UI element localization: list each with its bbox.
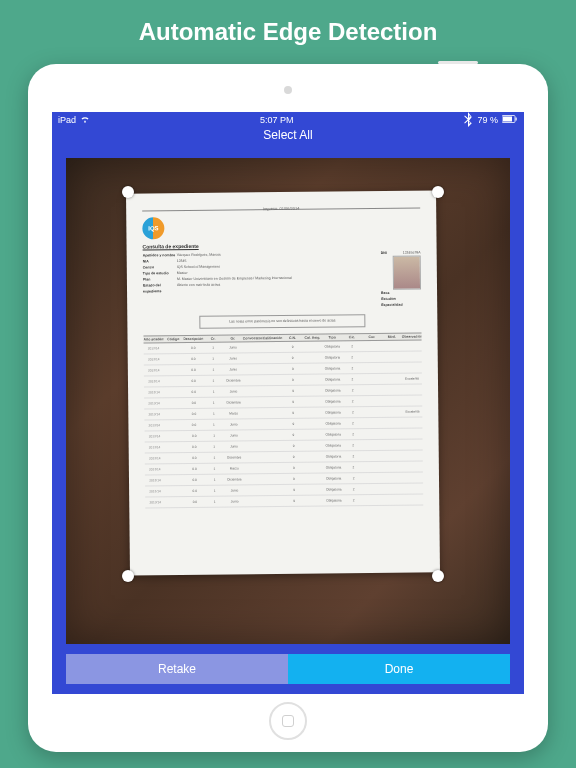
doc-field-label: Estado del expediente [143,282,177,294]
doc-field-value: Abierto con matrícula activa [177,280,375,294]
home-button[interactable] [269,702,307,740]
doc-section-title: Consulta de expediente [143,241,421,250]
crop-handle-br[interactable] [432,570,444,582]
scanned-document: Impreso: 01/06/2014 IQS Consulta de expe… [126,190,440,575]
wifi-icon [80,115,90,125]
app-screen: iPad 5:07 PM 79 % Select All Impres [52,112,524,694]
doc-note: Las notas entre paréntesis no son defini… [199,314,366,329]
home-button-icon [282,715,294,727]
bottom-toolbar: Retake Done [52,654,524,694]
doc-field-label: DNI [381,250,403,256]
crop-handle-tl[interactable] [122,186,134,198]
doc-id-photo [393,256,421,290]
svg-rect-3 [516,118,517,121]
nav-bar: Select All [52,128,524,152]
retake-button[interactable]: Retake [66,654,288,684]
doc-logo: IQS [142,217,164,239]
doc-table: Año académicoCódigoDescripciónCr.Gr.Conv… [143,333,423,509]
device-label: iPad [58,115,76,125]
nav-title[interactable]: Select All [263,128,312,142]
doc-print-date: Impreso: 01/06/2014 [142,205,420,212]
hero-title: Automatic Edge Detection [139,18,438,46]
svg-point-0 [84,121,86,123]
done-button[interactable]: Done [288,654,510,684]
doc-field-label: Especialidad [381,302,415,308]
svg-rect-2 [503,117,512,122]
crop-handle-bl[interactable] [122,570,134,582]
doc-field-value: 12345678A [403,250,421,256]
battery-percent: 79 % [477,115,498,125]
status-time: 5:07 PM [260,115,294,125]
crop-handle-tr[interactable] [432,186,444,198]
ipad-camera [284,86,292,94]
battery-icon [502,115,518,125]
ipad-frame: iPad 5:07 PM 79 % Select All Impres [28,64,548,752]
lock-switch [438,61,478,64]
status-bar: iPad 5:07 PM 79 % [52,112,524,128]
bluetooth-icon [463,112,473,129]
photo-preview[interactable]: Impreso: 01/06/2014 IQS Consulta de expe… [66,158,510,644]
